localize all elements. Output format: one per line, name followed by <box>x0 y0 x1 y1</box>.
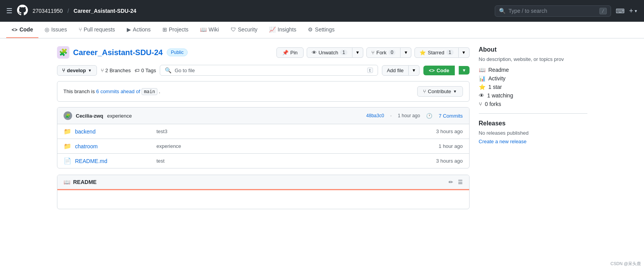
header-slash: / <box>67 8 69 14</box>
file-search-icon: 🔍 <box>165 67 171 73</box>
plus-button[interactable]: + ▼ <box>629 7 638 15</box>
unwatch-caret[interactable]: ▼ <box>352 47 363 58</box>
terminal-button[interactable]: ⌨ <box>616 7 625 15</box>
pull-requests-icon: ⑂ <box>79 26 82 33</box>
fork-count: 0 <box>388 50 396 55</box>
commit-avatar: 🧩 <box>64 111 72 120</box>
folder-icon: 📁 <box>64 142 71 150</box>
file-time-backend: 3 hours ago <box>436 128 463 134</box>
branches-count-icon: ⑂ <box>101 68 104 73</box>
repo-header: 🧩 Career_Asistant-SDU-24 Public 📌 Pin 👁 … <box>57 46 470 59</box>
star-count: 1 <box>446 50 454 55</box>
tab-code[interactable]: <> Code <box>6 22 38 38</box>
stars-stat[interactable]: ⭐ 1 star <box>479 84 587 90</box>
settings-icon: ⚙ <box>308 26 313 33</box>
file-table: 🧩 Cecilia-zwq experience 48ba3c0 · 1 hou… <box>57 107 470 168</box>
repo-visibility-badge: Public <box>167 49 188 56</box>
code-button[interactable]: <> Code <box>423 66 455 75</box>
stars-icon: ⭐ <box>479 84 485 90</box>
folder-icon: 📁 <box>64 128 71 135</box>
code-icon: <> <box>12 27 17 33</box>
unwatch-button[interactable]: 👁 Unwatch 1 <box>307 47 352 58</box>
branch-notice-text: This branch is <box>64 89 95 94</box>
issues-icon: ◎ <box>45 26 49 33</box>
about-title: About <box>479 46 587 53</box>
search-icon: 🔍 <box>499 8 506 14</box>
search-kbd: / <box>599 8 607 14</box>
projects-icon: ⊞ <box>162 26 167 33</box>
tags-button[interactable]: 🏷 0 Tags <box>135 68 156 73</box>
file-name-readme[interactable]: README.md <box>75 158 153 164</box>
code-button-caret[interactable]: ▼ <box>459 66 470 75</box>
file-name-backend[interactable]: backend <box>75 128 153 135</box>
add-file-group: Add file ▼ <box>382 65 420 76</box>
star-caret[interactable]: ▼ <box>459 47 470 58</box>
commits-link[interactable]: 7 Commits <box>439 113 463 119</box>
tab-insights[interactable]: 📈 Insights <box>264 22 302 38</box>
unwatch-group: 👁 Unwatch 1 ▼ <box>307 47 363 58</box>
file-commit-chatroom[interactable]: experience <box>157 143 435 149</box>
pin-button[interactable]: 📌 Pin <box>276 47 304 58</box>
commit-hash[interactable]: 48ba3c0 <box>366 113 384 118</box>
commit-message[interactable]: experience <box>107 113 132 119</box>
file-commit-readme[interactable]: test <box>157 158 432 164</box>
watching-stat[interactable]: 👁 1 watching <box>479 92 587 99</box>
activity-icon: 📊 <box>479 75 485 82</box>
branch-select[interactable]: ⑂ develop ▼ <box>57 65 97 76</box>
tab-pull-requests[interactable]: ⑂ Pull requests <box>73 22 121 38</box>
fork-icon: ⑂ <box>371 50 375 56</box>
star-button[interactable]: ⭐ Starred 1 <box>414 47 458 58</box>
tab-wiki[interactable]: 📖 Wiki <box>195 22 224 38</box>
commit-time: 1 hour ago <box>398 113 420 118</box>
star-icon: ⭐ <box>420 50 426 56</box>
add-file-caret[interactable]: ▼ <box>409 65 420 76</box>
go-to-file-search[interactable]: 🔍 Go to file t <box>160 65 378 76</box>
header-search[interactable]: 🔍 Type / to search / <box>495 5 611 17</box>
header-repo[interactable]: Career_Asistant-SDU-24 <box>74 8 136 14</box>
branch-icon: ⑂ <box>62 68 65 73</box>
file-time-readme: 3 hours ago <box>436 158 463 164</box>
insights-icon: 📈 <box>269 26 276 33</box>
file-commit-backend[interactable]: test3 <box>157 128 432 134</box>
readme-stat[interactable]: 📖 Readme <box>479 67 587 73</box>
clock-icon: 🕐 <box>426 113 432 119</box>
commit-separator: · <box>390 113 392 118</box>
header-user[interactable]: 2703411950 <box>33 8 63 14</box>
table-row: 📄 README.md test 3 hours ago <box>57 154 469 168</box>
fork-caret[interactable]: ▼ <box>401 47 411 58</box>
forks-icon: ⑂ <box>479 101 482 107</box>
security-icon: 🛡 <box>231 26 236 33</box>
file-name-chatroom[interactable]: chatroom <box>75 143 153 149</box>
readme-book-icon: 📖 <box>64 179 70 185</box>
sidebar-about: About No description, website, or topics… <box>479 46 587 107</box>
tab-security[interactable]: 🛡 Security <box>225 22 263 38</box>
branch-ahead-link[interactable]: 6 commits ahead of <box>96 89 140 94</box>
tab-projects[interactable]: ⊞ Projects <box>157 22 194 38</box>
tab-issues[interactable]: ◎ Issues <box>39 22 72 38</box>
add-file-button[interactable]: Add file <box>382 65 409 76</box>
code-btn-icon: <> <box>429 68 435 73</box>
github-logo <box>17 5 28 17</box>
forks-stat[interactable]: ⑂ 0 forks <box>479 101 587 107</box>
create-release-link[interactable]: Create a new release <box>479 139 527 144</box>
readme-list-button[interactable]: ☰ <box>458 179 463 185</box>
tag-icon: 🏷 <box>135 68 140 73</box>
readme-section: 📖 README ✏ ☰ <box>57 175 470 209</box>
readme-edit-button[interactable]: ✏ <box>449 179 453 185</box>
branches-button[interactable]: ⑂ 2 Branches <box>101 68 131 73</box>
releases-desc: No releases published <box>479 130 587 136</box>
commit-user[interactable]: Cecilia-zwq <box>76 113 104 119</box>
star-group: ⭐ Starred 1 ▼ <box>414 47 469 58</box>
tab-actions[interactable]: ▶ Actions <box>121 22 156 38</box>
contribute-button[interactable]: ⑂ Contribute ▼ <box>417 86 463 97</box>
activity-stat[interactable]: 📊 Activity <box>479 75 587 82</box>
repo-title[interactable]: Career_Asistant-SDU-24 <box>73 48 163 57</box>
menu-icon[interactable]: ☰ <box>6 7 12 15</box>
tab-nav: <> Code ◎ Issues ⑂ Pull requests ▶ Actio… <box>0 22 644 38</box>
fork-button[interactable]: ⑂ Fork 0 <box>366 47 401 58</box>
unwatch-count: 1 <box>340 50 347 55</box>
file-time-chatroom: 1 hour ago <box>439 143 463 149</box>
tab-settings[interactable]: ⚙ Settings <box>302 22 340 38</box>
sidebar-releases: Releases No releases published Create a … <box>479 120 587 144</box>
repo-avatar: 🧩 <box>57 46 69 59</box>
